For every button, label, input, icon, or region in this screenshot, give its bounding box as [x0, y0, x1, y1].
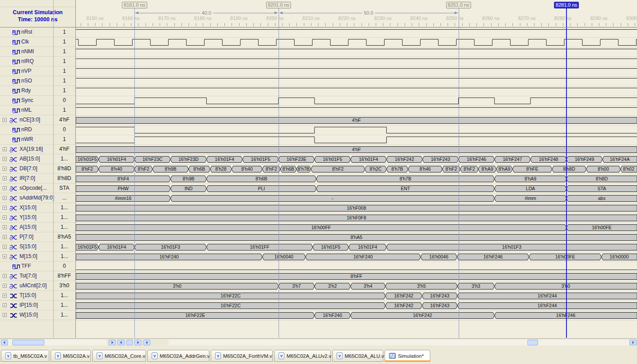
signal-row-ip-15-0[interactable]: +IP[15:0]1...: [0, 301, 76, 310]
time-marker-line[interactable]: [134, 8, 135, 338]
signal-row-s-15-0[interactable]: +S[15:0]1...: [0, 242, 76, 252]
names-hscroll-left-button[interactable]: [1, 340, 8, 345]
time-marker-line[interactable]: [279, 8, 279, 338]
expand-icon[interactable]: +: [3, 167, 7, 171]
wave-sync: [76, 98, 637, 104]
signal-row-t-15-0[interactable]: +T[15:0]1...: [0, 291, 76, 301]
signal-row-db-7-0[interactable]: +DB[7:0]8'h8D: [0, 164, 76, 174]
expand-icon[interactable]: +: [3, 215, 7, 219]
tab-m65c02a-core-v[interactable]: vM65C02A_Core.v: [92, 350, 146, 362]
signal-row-nwr[interactable]: nWR1: [0, 135, 76, 145]
wave-db-7-0: 8'hF28'h408'hF28'h9B8'h6B8'h288'h408'hF2…: [76, 166, 637, 172]
tab-simulation[interactable]: Simulation*: [385, 350, 430, 362]
expand-icon[interactable]: +: [3, 206, 7, 210]
wave-hscroll-left-button[interactable]: [143, 340, 150, 345]
signal-row-nml[interactable]: nML1: [0, 106, 76, 115]
split-scroll-left-button[interactable]: [118, 340, 125, 345]
expand-icon[interactable]: +: [3, 303, 7, 307]
expand-icon[interactable]: +: [3, 284, 7, 288]
signal-row-w-15-0[interactable]: +W[15:0]1...: [0, 310, 76, 320]
bus-value-label: STA: [598, 186, 606, 191]
time-marker-line[interactable]: [459, 8, 459, 338]
bus-icon: [9, 234, 18, 240]
time-marker-flag[interactable]: 8281.0 ns: [554, 2, 579, 8]
tab-m65c02a-v[interactable]: vM65C02A.v: [51, 350, 91, 362]
signal-row-tff[interactable]: TFF0: [0, 262, 76, 271]
wave-hscroll-right-button[interactable]: [134, 340, 142, 345]
names-hscroll-thumb[interactable]: [12, 340, 44, 345]
wave-hscroll-far-right-button[interactable]: [629, 340, 637, 345]
tab-m65c02a-alu-v[interactable]: vM65C02A_ALU.v: [332, 350, 383, 362]
ruler-tick: [124, 23, 124, 26]
signal-row-nce-3-0[interactable]: +nCE[3:0]4'hF: [0, 115, 76, 125]
signal-row-sync[interactable]: Sync0: [0, 96, 76, 106]
expand-icon[interactable]: +: [3, 176, 7, 180]
signal-row-nso[interactable]: nSO1: [0, 76, 76, 86]
signal-row-nirq[interactable]: nIRQ1: [0, 57, 76, 67]
ruler-tick: [390, 23, 390, 26]
signal-row-nnmi[interactable]: nNMI1: [0, 47, 76, 57]
signal-row-x-15-0[interactable]: +X[15:0]1...: [0, 203, 76, 213]
expand-icon[interactable]: +: [3, 294, 7, 297]
expand-icon[interactable]: +: [3, 186, 7, 190]
signal-row-p-7-0[interactable]: +P[7:0]8'hA5: [0, 232, 76, 242]
expand-icon[interactable]: +: [3, 313, 7, 317]
ruler-tick: [563, 23, 563, 26]
signal-row-nrd[interactable]: nRD0: [0, 125, 76, 135]
signal-row-xa-19-16[interactable]: +XA[19:16]4'hF: [0, 145, 76, 154]
signal-name: AB[15:0]: [20, 154, 40, 164]
split-scroll-right-button[interactable]: [109, 340, 116, 345]
signal-value: 8'h8D: [54, 164, 75, 173]
tab-m65c02a-aluv2-v[interactable]: vM65C02A_ALUv2.v: [274, 350, 331, 362]
time-marker-flag[interactable]: 8201.0 ns: [266, 2, 291, 8]
signal-row-rdy[interactable]: Rdy1: [0, 86, 76, 96]
signal-row-clk[interactable]: Clk1: [0, 37, 76, 47]
signal-row-y-15-0[interactable]: +Y[15:0]1...: [0, 213, 76, 223]
expand-icon[interactable]: +: [3, 235, 7, 239]
tab-m65c02a-addrgen-v[interactable]: vM65C02A_AddrGen.v: [147, 350, 209, 362]
expand-icon[interactable]: +: [3, 157, 7, 161]
signal-row-nrst[interactable]: nRst1: [0, 27, 76, 37]
bus-value-label: 16'h00FF: [311, 225, 331, 230]
expand-icon[interactable]: +: [3, 118, 7, 122]
expand-icon[interactable]: +: [3, 225, 7, 229]
signal-name: W[15:0]: [20, 310, 38, 320]
expand-icon[interactable]: +: [3, 254, 7, 258]
tab-m65c02a-forthvm-v[interactable]: vM65C02A_ForthVM.v: [211, 350, 273, 362]
signal-row-m-15-0[interactable]: +M[15:0]1...: [0, 252, 76, 262]
tab-tb-m65c02a-v[interactable]: vtb_M65C02A.v: [1, 350, 49, 362]
waveform-area[interactable]: 4'hF4'hF16'h01F516'h01F416'hF23C16'hF23D…: [76, 27, 637, 338]
waveform-canvas[interactable]: 4'hF4'hF16'h01F516'h01F416'hF23C16'hF23D…: [76, 27, 637, 338]
ruler-tick: [484, 23, 484, 26]
ruler-tick-label: 8210 ns: [302, 16, 319, 21]
signal-row-tst-7-0[interactable]: +Tst[7:0]8'hFF: [0, 271, 76, 281]
time-marker-flag[interactable]: 8251.0 ns: [446, 2, 471, 8]
expand-icon[interactable]: +: [3, 147, 7, 151]
wave-hscroll-thumb[interactable]: [527, 340, 538, 345]
bus-value-label: 16'h01F5: [323, 157, 342, 162]
values-hscroll-thumb[interactable]: [126, 340, 133, 345]
bus-value-label: 16'h01F3: [502, 244, 522, 250]
signal-value: 1: [54, 135, 75, 144]
ruler-tick: [426, 23, 427, 26]
signal-row-sopcode[interactable]: +sOpcode[...STA: [0, 184, 76, 193]
wave-hscroll-track[interactable]: [169, 340, 629, 345]
time-cursor-line[interactable]: [566, 8, 567, 338]
signal-row-ir-7-0[interactable]: +IR[7:0]8'h8D: [0, 174, 76, 184]
bus-icon: [9, 215, 18, 221]
time-marker-flag[interactable]: 8161.0 ns: [122, 2, 147, 8]
signal-row-ab-15-0[interactable]: +AB[15:0]1...: [0, 154, 76, 164]
expand-icon[interactable]: +: [3, 245, 7, 249]
signal-row-nvp[interactable]: nVP1: [0, 67, 76, 76]
signal-row-saddrmd-79-0[interactable]: +sAddrMd[79:0]...: [0, 193, 76, 203]
bus-value-label: 8'hA9: [525, 176, 537, 181]
signal-row-umcntl-2-0[interactable]: +uMCntl[2:0]3'h0: [0, 281, 76, 291]
bus-value-label: 16'h01F5: [321, 244, 341, 250]
expand-icon[interactable]: +: [3, 274, 7, 278]
active-tab-underline: [385, 360, 430, 362]
signal-row-a-15-0[interactable]: +A[15:0]1...: [0, 223, 76, 232]
expand-icon[interactable]: +: [3, 196, 7, 200]
ruler-tick-label: 8290 ns: [590, 16, 607, 21]
bus-value-label: IND: [185, 186, 193, 191]
measure-arrow-right-icon: [455, 12, 458, 14]
